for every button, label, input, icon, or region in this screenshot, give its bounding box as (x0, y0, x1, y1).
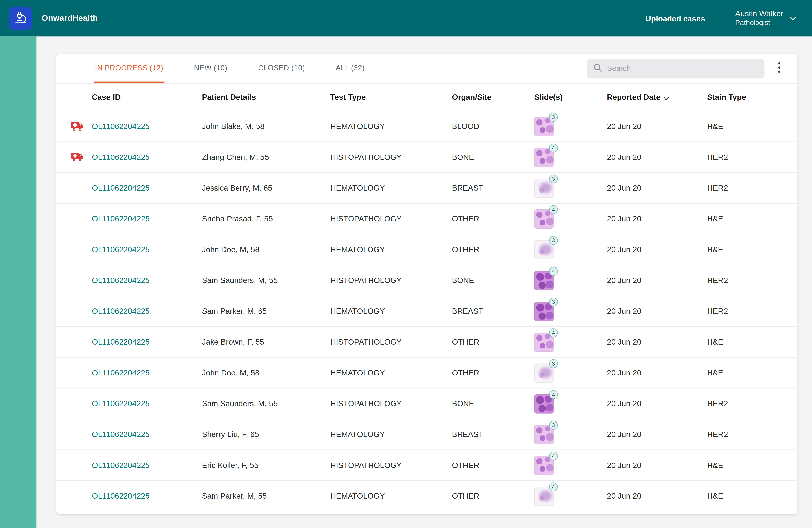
organ-site: BONE (452, 141, 535, 172)
case-id-link[interactable]: OL11062204225 (92, 368, 149, 377)
organ-site: OTHER (452, 326, 535, 357)
organ-site: OTHER (452, 357, 535, 388)
case-id-link[interactable]: OL11062204225 (92, 276, 149, 285)
organ-site: BLOOD (452, 111, 535, 141)
case-id-link[interactable]: OL11062204225 (92, 245, 149, 254)
slide-thumbnail[interactable]: 3 (535, 240, 554, 259)
brand-name: OnwardHealth (42, 14, 98, 23)
tabs: IN PROGRESS (12) NEW (10) CLOSED (10) AL… (94, 54, 366, 83)
table-row[interactable]: OL11062204225 John Doe, M, 58 HEMATOLOGY… (56, 357, 797, 388)
tabs-bar: IN PROGRESS (12) NEW (10) CLOSED (10) AL… (56, 54, 797, 84)
reported-date: 20 Jun 20 (607, 326, 707, 357)
table-row[interactable]: OL11062204225 Zhang Chen, M, 55 HISTOPAT… (56, 141, 797, 172)
case-id-cell: OL11062204225 (56, 460, 202, 470)
toolbar (587, 59, 785, 78)
table-row[interactable]: OL11062204225 John Blake, M, 58 HEMATOLO… (56, 111, 797, 141)
col-slides: Slide(s) (535, 84, 607, 111)
organ-site: BONE (452, 388, 535, 419)
table-row[interactable]: OL11062204225 Sneha Prasad, F, 55 HISTOP… (56, 203, 797, 234)
chevron-down-icon (789, 14, 796, 23)
table-row[interactable]: OL11062204225 Sam Saunders, M, 55 HISTOP… (56, 388, 797, 419)
stain-type: H&E (707, 357, 797, 388)
case-id-link[interactable]: OL11062204225 (92, 306, 149, 315)
uploaded-cases-link[interactable]: Uploaded cases (646, 14, 705, 23)
slide-count-badge: 4 (549, 267, 558, 275)
slide-thumbnail[interactable]: 4 (535, 271, 554, 290)
organ-site: OTHER (452, 449, 535, 480)
patient-details: John Blake, M, 58 (202, 111, 331, 141)
patient-details: Eric Koiler, F, 55 (202, 449, 331, 480)
table-row[interactable]: OL11062204225 Sam Saunders, M, 55 HISTOP… (56, 265, 797, 296)
test-type: HEMATOLOGY (330, 296, 452, 326)
test-type: HISTOPATHOLOGY (330, 265, 452, 296)
sidebar (0, 37, 37, 528)
case-id-link[interactable]: OL11062204225 (92, 399, 149, 408)
col-reported-date[interactable]: Reported Date (607, 84, 707, 111)
case-id-link[interactable]: OL11062204225 (92, 122, 149, 130)
case-id-link[interactable]: OL11062204225 (92, 153, 149, 161)
slide-count-badge: 4 (549, 328, 558, 337)
test-type: HISTOPATHOLOGY (330, 449, 452, 480)
patient-details: Zhang Chen, M, 55 (202, 141, 331, 172)
slide-count-badge: 4 (549, 390, 558, 399)
case-id-link[interactable]: OL11062204225 (92, 430, 149, 439)
slide-thumbnail[interactable]: 4 (535, 456, 554, 475)
table-row[interactable]: OL11062204225 Eric Koiler, F, 55 HISTOPA… (56, 449, 797, 480)
more-options-button[interactable] (774, 59, 785, 77)
case-id-cell: OL11062204225 (56, 214, 202, 223)
slide-count-badge: 3 (549, 420, 558, 429)
slide-thumbnail[interactable]: 4 (535, 394, 554, 413)
search-box[interactable] (587, 59, 765, 78)
slide-thumbnail[interactable]: 3 (535, 301, 554, 321)
app-logo[interactable] (9, 7, 32, 30)
slide-thumbnail[interactable]: 4 (535, 487, 554, 506)
stain-type: HER2 (707, 296, 797, 326)
table-row[interactable]: OL11062204225 Sherry Liu, F, 65 HEMATOLO… (56, 419, 797, 449)
tab-in-progress[interactable]: IN PROGRESS (12) (94, 54, 164, 83)
case-id-link[interactable]: OL11062204225 (92, 491, 149, 500)
case-id-cell: OL11062204225 (56, 306, 202, 315)
slide-thumbnail[interactable]: 3 (535, 425, 554, 444)
organ-site: OTHER (452, 234, 535, 265)
patient-details: Jake Brown, F, 55 (202, 326, 331, 357)
slide-count-badge: 3 (549, 359, 558, 368)
test-type: HISTOPATHOLOGY (330, 326, 452, 357)
app-root: OnwardHealth Uploaded cases Austin Walke… (0, 0, 812, 528)
slide-count-badge: 3 (549, 297, 558, 306)
table-row[interactable]: OL11062204225 John Doe, M, 58 HEMATOLOGY… (56, 234, 797, 265)
case-id-link[interactable]: OL11062204225 (92, 214, 149, 223)
patient-details: John Doe, M, 58 (202, 234, 331, 265)
tab-all[interactable]: ALL (32) (335, 54, 366, 83)
table-row[interactable]: OL11062204225 Jessica Berry, M, 65 HEMAT… (56, 172, 797, 203)
case-id-cell: OL11062204225 (56, 245, 202, 254)
slide-thumbnail[interactable]: 4 (535, 209, 554, 228)
col-stain-type: Stain Type (707, 84, 797, 111)
table-row[interactable]: OL11062204225 Sam Parker, M, 55 HEMATOLO… (56, 481, 797, 511)
slide-thumbnail[interactable]: 3 (535, 363, 554, 382)
slide-thumbnail[interactable]: 4 (535, 147, 554, 167)
case-id-link[interactable]: OL11062204225 (92, 460, 149, 470)
case-id-cell: OL11062204225 (56, 121, 202, 131)
tab-new[interactable]: NEW (10) (193, 54, 229, 83)
case-id-cell: OL11062204225 (56, 430, 202, 439)
tab-closed[interactable]: CLOSED (10) (257, 54, 306, 83)
patient-details: Sherry Liu, F, 65 (202, 419, 331, 449)
case-id-cell: OL11062204225 (56, 152, 202, 162)
stain-type: H&E (707, 481, 797, 511)
table-body: OL11062204225 John Blake, M, 58 HEMATOLO… (56, 111, 797, 511)
table-row[interactable]: OL11062204225 Sam Parker, M, 65 HEMATOLO… (56, 296, 797, 326)
user-menu[interactable]: Austin Walker Pathologist (735, 9, 796, 28)
slide-thumbnail[interactable]: 4 (535, 332, 554, 352)
slide-thumbnail[interactable]: 3 (535, 178, 554, 198)
case-id-link[interactable]: OL11062204225 (92, 183, 149, 192)
table-row[interactable]: OL11062204225 Jake Brown, F, 55 HISTOPAT… (56, 326, 797, 357)
search-icon (593, 63, 602, 74)
ambulance-icon (71, 152, 84, 162)
case-id-link[interactable]: OL11062204225 (92, 338, 149, 346)
slide-count-badge: 4 (549, 452, 558, 460)
search-input[interactable] (607, 64, 758, 73)
topbar-right: Uploaded cases Austin Walker Pathologist (646, 9, 796, 28)
test-type: HEMATOLOGY (330, 481, 452, 511)
main-content: IN PROGRESS (12) NEW (10) CLOSED (10) AL… (37, 37, 812, 528)
slide-thumbnail[interactable]: 3 (535, 117, 554, 136)
